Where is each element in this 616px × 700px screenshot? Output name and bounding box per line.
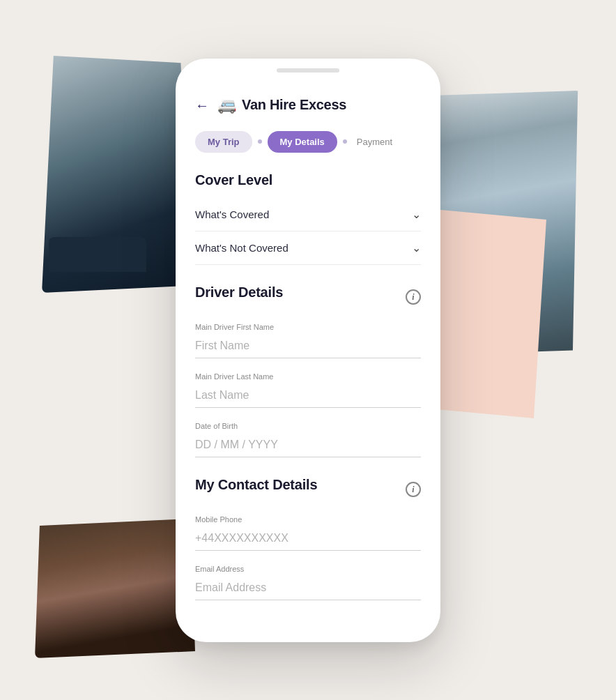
chevron-down-icon-2: ⌄ bbox=[412, 241, 421, 254]
whats-covered-label: What's Covered bbox=[195, 208, 269, 220]
first-name-label: Main Driver First Name bbox=[195, 323, 421, 331]
driver-details-title: Driver Details bbox=[195, 284, 283, 300]
last-name-field-group: Main Driver Last Name bbox=[195, 372, 421, 408]
whats-not-covered-label: What's Not Covered bbox=[195, 242, 288, 254]
first-name-input[interactable] bbox=[195, 335, 421, 358]
driver-details-section: Driver Details i Main Driver First Name … bbox=[195, 284, 421, 457]
page-title: Van Hire Excess bbox=[242, 97, 346, 113]
driver-section-header: Driver Details i bbox=[195, 284, 421, 310]
dob-input[interactable] bbox=[195, 434, 421, 457]
whats-not-covered-accordion[interactable]: What's Not Covered ⌄ bbox=[195, 231, 421, 265]
last-name-label: Main Driver Last Name bbox=[195, 372, 421, 381]
step-my-details[interactable]: My Details bbox=[268, 131, 337, 153]
van-icon: 🚐 bbox=[217, 96, 236, 114]
step-payment[interactable]: Payment bbox=[353, 131, 396, 153]
first-name-field-group: Main Driver First Name bbox=[195, 323, 421, 358]
driver-info-icon[interactable]: i bbox=[406, 289, 421, 305]
contact-details-section: My Contact Details i Mobile Phone Email … bbox=[195, 477, 421, 600]
mobile-label: Mobile Phone bbox=[195, 515, 421, 524]
cover-level-title: Cover Level bbox=[195, 172, 421, 188]
bg-photo-left-top bbox=[42, 56, 188, 293]
bg-photo-bottom-left bbox=[35, 519, 195, 658]
screen-header: ← 🚐 Van Hire Excess bbox=[195, 93, 421, 114]
contact-section-header: My Contact Details i bbox=[195, 477, 421, 503]
contact-details-title: My Contact Details bbox=[195, 477, 317, 493]
chevron-down-icon: ⌄ bbox=[412, 208, 421, 221]
email-label: Email Address bbox=[195, 565, 421, 573]
dob-label: Date of Birth bbox=[195, 422, 421, 430]
contact-info-icon[interactable]: i bbox=[406, 482, 421, 497]
last-name-input[interactable] bbox=[195, 385, 421, 408]
step-dot-1 bbox=[258, 139, 262, 144]
progress-steps: My Trip My Details Payment bbox=[195, 131, 421, 153]
dob-field-group: Date of Birth bbox=[195, 422, 421, 457]
mobile-input[interactable] bbox=[195, 528, 421, 551]
phone-screen: ← 🚐 Van Hire Excess My Trip My Details P… bbox=[176, 59, 440, 642]
step-my-trip[interactable]: My Trip bbox=[195, 131, 252, 153]
mobile-field-group: Mobile Phone bbox=[195, 515, 421, 551]
phone-mockup: ← 🚐 Van Hire Excess My Trip My Details P… bbox=[176, 59, 440, 642]
email-input[interactable] bbox=[195, 577, 421, 600]
whats-covered-accordion[interactable]: What's Covered ⌄ bbox=[195, 198, 421, 231]
step-dot-2 bbox=[343, 139, 347, 144]
cover-level-section: Cover Level What's Covered ⌄ What's Not … bbox=[195, 172, 421, 265]
back-button[interactable]: ← bbox=[195, 98, 209, 112]
email-field-group: Email Address bbox=[195, 565, 421, 600]
